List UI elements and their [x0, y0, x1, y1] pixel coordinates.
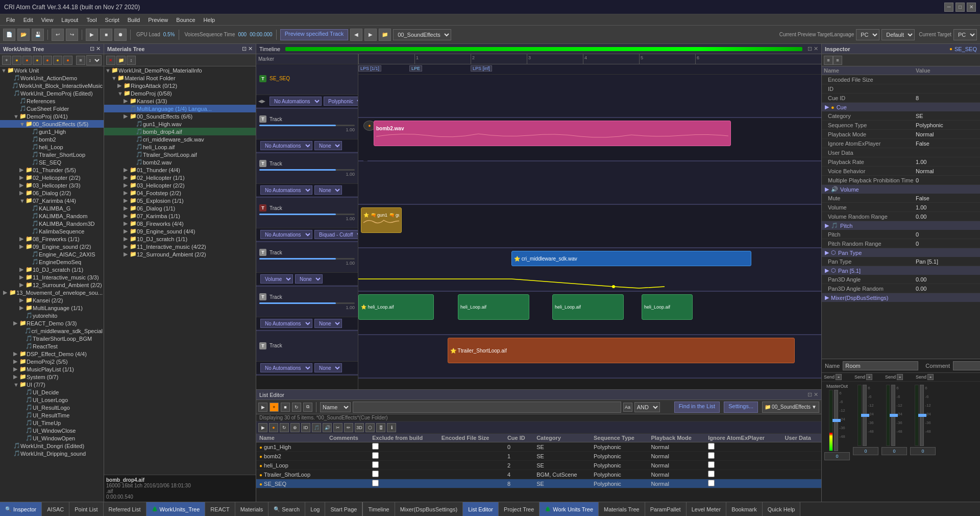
- le-loop-btn[interactable]: ↻: [292, 403, 301, 412]
- filter-select-4[interactable]: Biquad - Cutoff: [314, 230, 358, 239]
- work-tree-item-41[interactable]: ▼📁UI (7/7): [0, 381, 104, 388]
- work-tree-item-32[interactable]: 🎵yutorehito: [0, 312, 104, 319]
- status-tab-workunits-tree-2[interactable]: 🌲 Work Units Tree: [540, 502, 599, 517]
- automation-select-6[interactable]: No Automations: [260, 319, 312, 328]
- mat-tree-item-7[interactable]: 🎵gun1_High.wav: [104, 120, 256, 128]
- work-tree-item-4[interactable]: 🎵References: [0, 97, 104, 105]
- play-button[interactable]: ▶: [86, 29, 98, 41]
- automation-select-7[interactable]: No Automations: [260, 363, 312, 372]
- next-track-button[interactable]: ▶: [364, 29, 377, 41]
- checkbox-4-8[interactable]: [708, 480, 715, 486]
- cell-4-0[interactable]: ● SE_SEQ: [256, 479, 326, 488]
- maximize-button[interactable]: □: [955, 3, 965, 12]
- menu-item-bounce[interactable]: Bounce: [172, 16, 199, 24]
- checkbox-3-2[interactable]: [372, 471, 379, 477]
- clip-bomb2[interactable]: bomb2.wav: [374, 121, 731, 146]
- checkbox-0-8[interactable]: [708, 443, 715, 450]
- status-tab-point-list[interactable]: Point List: [69, 502, 103, 517]
- work-tree-item-40[interactable]: ▶📁System (0/7): [0, 373, 104, 381]
- table-row-4[interactable]: ● SE_SEQ8SEPolyphonicNormal: [256, 479, 821, 488]
- le-add-btn[interactable]: +: [270, 403, 279, 412]
- filter-select-3[interactable]: None: [314, 185, 342, 195]
- mat-tree-item-6[interactable]: ▶📁00_SoundEffects (6/6): [104, 112, 256, 120]
- clip-heli-4[interactable]: heli_Loop.aif: [642, 294, 693, 320]
- insp-section-pan51[interactable]: ▶ ⬡ Pan [5.1]: [822, 266, 980, 275]
- mat-sort-btn[interactable]: ↕: [127, 56, 136, 65]
- filter-select-7[interactable]: None: [314, 363, 342, 372]
- filter-select-5[interactable]: None: [295, 274, 323, 284]
- master-fader[interactable]: [834, 390, 838, 451]
- undo-button[interactable]: ↩: [52, 29, 64, 41]
- menu-item-file[interactable]: File: [2, 16, 19, 24]
- mat-tree-item-20[interactable]: ▶📁08_Fireworks (4/4): [104, 220, 256, 227]
- le-icon-10[interactable]: 3D: [355, 423, 364, 432]
- platform-dropdown[interactable]: PC: [856, 29, 879, 40]
- status-tab-search[interactable]: 🔍 Search: [268, 502, 305, 517]
- status-tab-bookmark[interactable]: Bookmark: [726, 502, 763, 517]
- work-tree-item-17[interactable]: ▼📁07_Karimba (4/4): [0, 197, 104, 204]
- insp-section-pitch[interactable]: ▶ 🎵 Pitch: [822, 221, 980, 230]
- work-tree-item-43[interactable]: 🎵UI_LoserLogo: [0, 396, 104, 404]
- mat-tree-item-24[interactable]: ▶📁12_Surround_Ambient (2/2): [104, 250, 256, 258]
- track-selector[interactable]: 00_SoundEffects: [393, 29, 451, 40]
- work-tree-item-18[interactable]: 🎵KALIMBA_G: [0, 204, 104, 212]
- send-add-btn-4[interactable]: +: [927, 374, 934, 380]
- master-fader-knob[interactable]: [832, 419, 841, 422]
- work-tree-item-48[interactable]: 🎵UI_WindowOpen: [0, 434, 104, 442]
- cell-1-0[interactable]: ● bomb2: [256, 452, 326, 461]
- stop-button[interactable]: ■: [100, 29, 112, 41]
- mat-tree-item-3[interactable]: ▼📁DemoProj (0/58): [104, 89, 256, 97]
- send-ch1-fader[interactable]: [863, 385, 867, 446]
- clip-ttrailer[interactable]: ⭐ Ttrailer_ShortLoop.aif: [448, 338, 795, 363]
- table-row-0[interactable]: ● gun1_High0SEPolyphonicNormal: [256, 442, 821, 452]
- work-tree-item-21[interactable]: 🎵KalimbaSequence: [0, 227, 104, 235]
- work-tree-item-28[interactable]: ▶📁12_Surround_Ambient (2/2): [0, 281, 104, 289]
- work-tree-item-2[interactable]: 🎵WorkUnit_Block_InteractiveMusic: [0, 82, 104, 89]
- work-tree-item-29[interactable]: ▶📁13_Movement_of_envelope_sou...: [0, 289, 104, 296]
- work-tree-item-16[interactable]: ▶📁06_Dialog (2/2): [0, 189, 104, 197]
- work-tree-item-30[interactable]: ▶📁Kansei (2/2): [0, 296, 104, 304]
- work-tree-item-5[interactable]: 🎵CueSheet Folder: [0, 105, 104, 112]
- le-icon-9[interactable]: ✏: [344, 423, 353, 432]
- work-tree-item-1[interactable]: 🎵WorkUnit_ActionDemo: [0, 74, 104, 82]
- work-tree-item-44[interactable]: 🎵UI_ResultLogo: [0, 404, 104, 411]
- cell-3-0[interactable]: ● Ttrailer_ShortLoop: [256, 470, 326, 479]
- circle-btn-1[interactable]: ●: [12, 56, 21, 65]
- filter-select-6[interactable]: None: [314, 319, 342, 328]
- work-tree-item-7[interactable]: ▼📁00_SoundEffects (5/5): [0, 120, 104, 128]
- le-icon-5[interactable]: ID: [301, 423, 310, 432]
- status-tab-react[interactable]: REACT: [205, 502, 235, 517]
- circle-btn-4[interactable]: ●: [43, 56, 52, 65]
- le-and-filter[interactable]: AND: [634, 402, 660, 412]
- status-tab-parampallet[interactable]: ParamPallet: [645, 502, 687, 517]
- work-tree-item-24[interactable]: 🎵Engine_AISAC_2AXIS: [0, 250, 104, 258]
- checkbox-1-8[interactable]: [708, 452, 715, 459]
- le-icon-6[interactable]: 🎵: [312, 423, 321, 432]
- work-tree-item-3[interactable]: 🎵WorkUnit_DemoProj (Edited): [0, 89, 104, 97]
- work-tree-item-25[interactable]: 🎵EngineDemoSeq: [0, 258, 104, 266]
- work-tree-item-14[interactable]: ▶📁02_Helicopter (2/2): [0, 174, 104, 181]
- work-tree-item-36[interactable]: 🎵ReactTest: [0, 342, 104, 350]
- le-icon-4[interactable]: ⊕: [290, 423, 300, 432]
- close-button[interactable]: ✕: [967, 3, 976, 12]
- mat-tree-item-15[interactable]: ▶📁03_Helicopter (2/2): [104, 181, 256, 189]
- automation-select-1[interactable]: No Automations: [270, 97, 322, 106]
- le-icon-12[interactable]: 🎛: [376, 423, 385, 432]
- work-tree-item-6[interactable]: ▼📁DemoProj (0/41): [0, 112, 104, 120]
- mat-tree-item-9[interactable]: 🎵cri_middleware_sdk.wav: [104, 135, 256, 143]
- circle-btn-3[interactable]: ●: [33, 56, 42, 65]
- le-icon-11[interactable]: ⬡: [365, 423, 375, 432]
- work-tree-item-38[interactable]: ▶📁DemoProj2 (5/5): [0, 358, 104, 365]
- le-icon-1[interactable]: ▶: [258, 423, 267, 432]
- open-button[interactable]: 📂: [17, 29, 30, 41]
- save-button[interactable]: 💾: [32, 29, 44, 41]
- table-row-1[interactable]: ● bomb21SEPolyphonicNormal: [256, 452, 821, 461]
- send-ch2-fader[interactable]: [891, 385, 895, 446]
- master-fader-value[interactable]: 0: [824, 452, 850, 460]
- status-tab-materials-tree[interactable]: Materials Tree: [599, 502, 645, 517]
- mat-tree-item-13[interactable]: ▶📁01_Thunder (4/4): [104, 166, 256, 174]
- status-tab-materials[interactable]: Materials: [235, 502, 269, 517]
- mat-tree-item-1[interactable]: ▼📁Material Root Folder: [104, 74, 256, 82]
- insp-section-volume[interactable]: ▶ 🔊 Volume: [822, 185, 980, 194]
- menu-item-layout[interactable]: Layout: [57, 16, 82, 24]
